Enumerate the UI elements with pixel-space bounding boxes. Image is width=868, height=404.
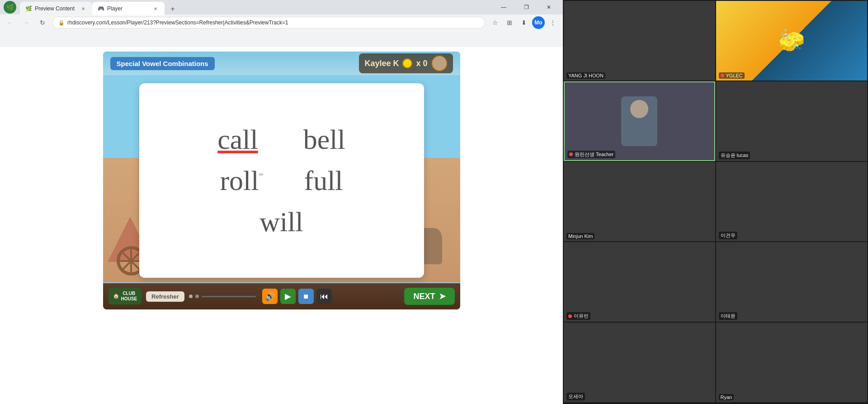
participant-tile-itayun: 이태윤 xyxy=(716,242,868,322)
tab-preview-content[interactable]: 🌿 Preview Content ✕ xyxy=(20,2,92,15)
word-row-1: call bell xyxy=(217,124,345,156)
back-button[interactable]: ← xyxy=(4,16,16,29)
control-buttons: 🔊 ▶ ■ ⏮ xyxy=(262,289,332,304)
participant-tile-igeonu: 이건우 xyxy=(716,162,868,242)
muted-icon-yglec xyxy=(721,74,724,77)
game-frame: Special Vowel Combinations Kaylee K x 0 … xyxy=(103,52,460,309)
toolbar-icons: ☆ ⊞ ⬇ Mo ⋮ xyxy=(489,16,559,29)
player-name: Kaylee K xyxy=(364,59,399,68)
dot-2 xyxy=(195,295,199,298)
word-row-3: will xyxy=(259,206,303,238)
game-title: Special Vowel Combinations xyxy=(110,57,215,70)
participant-name-teacher: 원린선생 Teacher xyxy=(567,151,615,158)
new-tab-button[interactable]: + xyxy=(166,3,179,15)
refresh-button[interactable]: ↻ xyxy=(36,16,49,29)
participant-tile-minjun: Minjun Kim xyxy=(564,162,715,242)
coin-icon xyxy=(402,58,412,68)
word-bell[interactable]: bell xyxy=(303,124,345,156)
participants-panel: YANG JI HOON 🧽 YGLEC 원린선생 Teacher 유승윤 lu… xyxy=(563,0,868,404)
game-header: Special Vowel Combinations Kaylee K x 0 xyxy=(103,52,460,75)
lock-icon: 🔒 xyxy=(58,20,65,26)
close-button[interactable]: ✕ xyxy=(538,0,559,14)
muted-icon-teacher xyxy=(569,152,573,156)
profile-button[interactable]: Mo xyxy=(532,16,545,29)
menu-icon[interactable]: ⋮ xyxy=(547,16,559,29)
participant-tile-yglec: 🧽 YGLEC xyxy=(716,1,868,81)
play-button[interactable]: ▶ xyxy=(280,289,296,304)
word-row-2: roll full xyxy=(220,165,343,197)
participant-tile-ryan: Ryan xyxy=(716,323,868,402)
sound-button[interactable]: 🔊 xyxy=(262,289,278,304)
participant-name-yang: YANG JI HOON xyxy=(566,72,605,79)
tab-icon-1: 🌿 xyxy=(25,5,32,12)
window-controls: — ❐ ✕ xyxy=(493,0,559,14)
next-button[interactable]: NEXT ➤ xyxy=(404,288,454,305)
section-label: Refresher xyxy=(146,291,184,302)
participant-name-yglec: YGLEC xyxy=(719,72,745,79)
url-text: rhdiscovery.com/Lesson/Player/213?Previe… xyxy=(67,19,288,26)
progress-dots xyxy=(189,295,256,298)
coin-count: x 0 xyxy=(416,59,427,68)
address-bar: ← → ↻ 🔒 rhdiscovery.com/Lesson/Player/21… xyxy=(0,14,563,31)
browser-window: 🌿 🌿 Preview Content ✕ 🎮 Player ✕ + — ❐ ✕… xyxy=(0,0,563,404)
word-call[interactable]: call xyxy=(217,124,258,156)
word-card[interactable]: call bell roll full will ✏ xyxy=(139,83,424,278)
player-info: Kaylee K x 0 xyxy=(359,53,453,73)
participant-tile-yang: YANG JI HOON xyxy=(564,1,715,81)
app-logo: 🌿 xyxy=(4,1,16,14)
participant-tile-iyubin: 이유빈 xyxy=(564,242,715,322)
club-house-button[interactable]: 🏠 CLUBHOUSE xyxy=(108,288,142,304)
word-will[interactable]: will xyxy=(259,206,303,238)
spongebob-avatar: 🧽 xyxy=(716,1,868,81)
next-label: NEXT xyxy=(413,292,435,301)
restore-button[interactable]: ❐ xyxy=(516,0,537,14)
next-arrow: ➤ xyxy=(439,291,446,301)
minimize-button[interactable]: — xyxy=(493,0,514,14)
participant-name-igeonu: 이건우 xyxy=(719,232,737,239)
word-full[interactable]: full xyxy=(304,165,343,197)
tab-label-1: Preview Content xyxy=(35,5,75,12)
participant-name-osea: 오세아 xyxy=(566,393,585,400)
tab-close-1[interactable]: ✕ xyxy=(80,5,87,12)
title-bar: 🌿 🌿 Preview Content ✕ 🎮 Player ✕ + — ❐ ✕ xyxy=(0,0,563,14)
participant-name-minjun: Minjun Kim xyxy=(566,233,594,239)
participant-tile-lucas: 유승윤 lucas xyxy=(716,81,868,161)
stop-button[interactable]: ■ xyxy=(298,289,314,304)
club-house-label: CLUBHOUSE xyxy=(121,291,137,302)
bookmark-icon[interactable]: ☆ xyxy=(489,16,501,29)
tab-label-2: Player xyxy=(107,5,123,12)
home-icon: 🏠 xyxy=(113,293,119,299)
dot-1 xyxy=(189,295,193,298)
participant-name-itayun: 이태윤 xyxy=(719,312,737,320)
game-bottom-bar: 🏠 CLUBHOUSE Refresher 🔊 ▶ ■ ⏮ NEXT xyxy=(103,283,460,309)
participant-name-iyubin: 이유빈 xyxy=(566,312,590,320)
teacher-video xyxy=(565,82,714,160)
tab-icon-2: 🎮 xyxy=(98,5,104,12)
progress-bar xyxy=(202,296,256,297)
word-roll[interactable]: roll xyxy=(220,165,259,197)
url-bar[interactable]: 🔒 rhdiscovery.com/Lesson/Player/213?Prev… xyxy=(52,17,485,29)
participant-tile-teacher: 원린선생 Teacher xyxy=(564,81,715,161)
player-avatar xyxy=(431,55,448,71)
participant-name-ryan: Ryan xyxy=(719,394,734,400)
main-content: Special Vowel Combinations Kaylee K x 0 … xyxy=(0,47,563,404)
participant-tile-osea: 오세아 xyxy=(564,323,715,402)
download-icon[interactable]: ⬇ xyxy=(518,16,530,29)
pencil-cursor: ✏ xyxy=(259,171,264,178)
muted-icon-iyubin xyxy=(568,314,572,318)
tab-player[interactable]: 🎮 Player ✕ xyxy=(92,2,165,15)
participant-name-lucas: 유승윤 lucas xyxy=(719,152,750,159)
tab-close-2[interactable]: ✕ xyxy=(152,5,159,12)
forward-button[interactable]: → xyxy=(20,16,33,29)
rewind-button[interactable]: ⏮ xyxy=(316,289,332,304)
extension-icon[interactable]: ⊞ xyxy=(503,16,516,29)
